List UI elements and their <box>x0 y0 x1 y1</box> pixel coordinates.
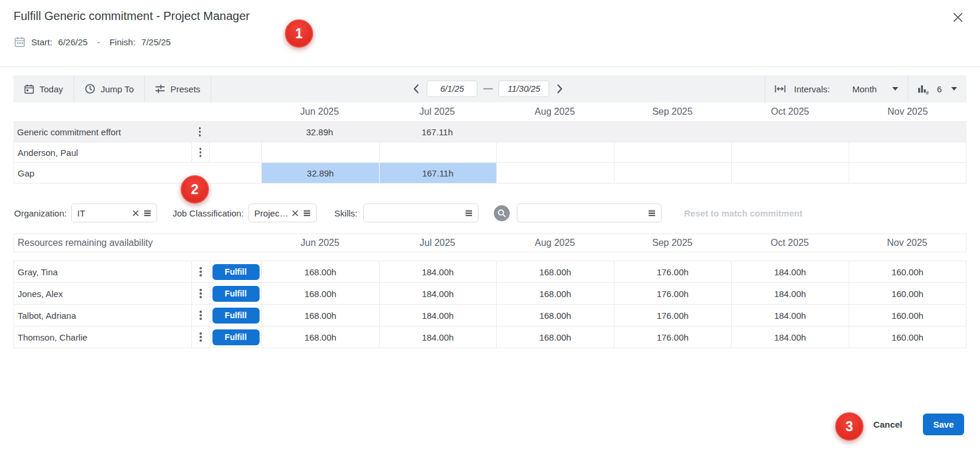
row-label: Generic commitment effort <box>14 127 191 137</box>
interval-unit-select[interactable]: Month <box>852 84 898 94</box>
list-lines-icon <box>303 210 311 216</box>
search-button[interactable] <box>494 205 510 221</box>
availability-cell: 184.00h <box>379 326 497 348</box>
row-label: Gap <box>14 168 261 178</box>
resource-name: Jones, Alex <box>14 289 191 299</box>
fulfill-button[interactable]: Fulfill <box>212 286 260 302</box>
calendar-today-icon <box>24 84 34 94</box>
availability-cell: 160.00h <box>849 283 966 304</box>
effort-cell: 32.89h <box>261 122 378 142</box>
jump-to-button[interactable]: Jump To <box>74 75 145 102</box>
close-button[interactable] <box>949 8 966 26</box>
organization-input[interactable]: IT <box>71 204 157 222</box>
availability-cell: 184.00h <box>731 261 849 282</box>
interval-unit-value: Month <box>852 84 877 94</box>
row-menu-button[interactable] <box>196 145 205 159</box>
save-button[interactable]: Save <box>923 414 964 435</box>
organization-list-button[interactable] <box>144 210 151 216</box>
month-header: Nov 2025 <box>849 106 966 117</box>
fulfill-button[interactable]: Fulfill <box>212 308 260 324</box>
job-classification-input[interactable]: Projec… <box>248 204 317 222</box>
next-period-button[interactable] <box>555 82 564 95</box>
effort-cell <box>849 142 966 162</box>
resource-search-list-button[interactable] <box>648 210 656 216</box>
availability-cell: 176.00h <box>614 283 732 304</box>
month-header-row: Jun 2025 Jul 2025 Aug 2025 Sep 2025 Oct … <box>14 102 966 122</box>
clear-x-icon <box>132 210 139 216</box>
effort-cell <box>496 122 614 142</box>
previous-period-button[interactable] <box>411 82 421 95</box>
availability-cell: 168.00h <box>261 305 379 326</box>
caret-down-icon <box>951 87 957 91</box>
chevron-right-icon <box>556 84 563 94</box>
gap-cell: 167.11h <box>379 163 497 183</box>
organization-label: Organization: <box>14 208 67 218</box>
caret-down-icon <box>892 87 898 91</box>
job-classification-clear-button[interactable] <box>292 210 298 216</box>
range-start-input[interactable] <box>427 81 477 97</box>
job-classification-label: Job Classification: <box>172 208 244 218</box>
close-icon <box>952 12 964 23</box>
organization-value: IT <box>77 208 128 218</box>
presets-button[interactable]: Presets <box>145 75 211 102</box>
interval-controls: Intervals: Month # 6 <box>765 75 966 102</box>
month-header: Aug 2025 <box>496 106 614 117</box>
effort-cell <box>614 142 732 162</box>
organization-clear-button[interactable] <box>132 210 139 216</box>
availability-cell: 168.00h <box>496 305 614 326</box>
dialog-footer: Cancel Save <box>873 414 964 435</box>
fulfill-button[interactable]: Fulfill <box>212 264 260 280</box>
annotation-badge-3: 3 <box>835 412 863 441</box>
commitment-date-range: Start: 6/26/25 - Finish: 7/25/25 <box>14 36 171 48</box>
effort-cell <box>261 142 379 162</box>
list-lines-icon <box>465 210 473 216</box>
annotation-badge-1: 1 <box>285 19 313 48</box>
list-lines-icon <box>144 210 151 216</box>
row-menu-button[interactable] <box>196 308 205 322</box>
today-button[interactable]: Today <box>14 75 74 102</box>
gap-row: Gap 32.89h 167.11h <box>14 163 966 184</box>
effort-cell <box>849 122 966 142</box>
header-divider <box>0 66 980 67</box>
row-menu-button[interactable] <box>196 286 205 301</box>
jump-to-label: Jump To <box>101 84 134 94</box>
skills-input[interactable] <box>363 204 479 222</box>
resource-row: Jones, Alex Fulfill 168.00h 184.00h 168.… <box>14 283 966 305</box>
availability-cell: 184.00h <box>379 305 497 326</box>
skills-list-button[interactable] <box>465 210 473 216</box>
resource-row: Thomson, Charlie Fulfill 168.00h 184.00h… <box>14 326 966 348</box>
interval-count-value: 6 <box>937 84 942 94</box>
interval-width-icon <box>775 85 786 93</box>
svg-text:#: # <box>926 89 929 94</box>
today-label: Today <box>39 84 63 94</box>
intervals-section: Intervals: Month <box>765 75 908 102</box>
row-menu-button[interactable] <box>196 265 205 279</box>
cancel-button[interactable]: Cancel <box>873 419 902 429</box>
availability-cell: 184.00h <box>731 326 849 348</box>
row-menu-button[interactable] <box>196 330 205 344</box>
month-header: Aug 2025 <box>496 238 614 248</box>
row-label: Anderson, Paul <box>14 148 191 158</box>
interval-count-select[interactable]: 6 <box>937 84 957 94</box>
commitment-table: Jun 2025 Jul 2025 Aug 2025 Sep 2025 Oct … <box>14 102 966 184</box>
start-date: 6/26/25 <box>58 37 88 47</box>
fulfill-button[interactable]: Fulfill <box>212 329 260 345</box>
row-menu-button[interactable] <box>195 125 205 139</box>
availability-cell: 168.00h <box>261 261 379 282</box>
availability-cell: 168.00h <box>261 326 379 348</box>
month-header: Jun 2025 <box>261 238 379 248</box>
resource-name: Thomson, Charlie <box>14 332 191 342</box>
reset-to-match-commitment-link[interactable]: Reset to match commitment <box>684 208 802 218</box>
resource-search-input[interactable] <box>517 204 662 222</box>
gap-cell: 32.89h <box>261 163 379 183</box>
skills-label: Skills: <box>334 208 357 218</box>
date-range-navigator: — <box>411 81 564 97</box>
availability-cell: 176.00h <box>614 305 732 326</box>
range-dash: — <box>483 84 493 94</box>
month-header: Jun 2025 <box>261 106 378 117</box>
availability-cell: 168.00h <box>261 283 379 304</box>
job-classification-list-button[interactable] <box>303 210 311 216</box>
month-header: Nov 2025 <box>849 238 966 248</box>
range-end-input[interactable] <box>499 81 549 97</box>
calendar-icon <box>14 36 25 48</box>
